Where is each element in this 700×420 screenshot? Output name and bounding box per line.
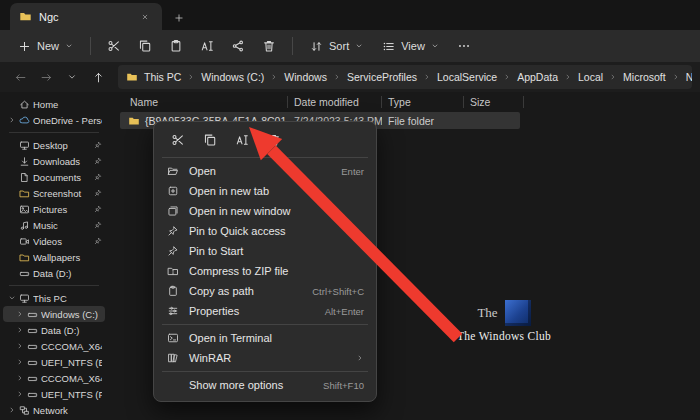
rename-icon xyxy=(235,133,249,147)
sidebar-item-videos[interactable]: Videos xyxy=(3,233,105,249)
pin-icon xyxy=(94,141,102,149)
delete-button[interactable] xyxy=(255,33,283,59)
column-header-type[interactable]: Type xyxy=(382,92,464,112)
drive-icon xyxy=(27,373,38,384)
menu-item-show-more-options[interactable]: Show more options Shift+F10 xyxy=(158,375,372,395)
sidebar-item-onedrive[interactable]: OneDrive - Personal xyxy=(3,112,105,128)
new-tab-button[interactable] xyxy=(166,6,192,30)
sidebar-item-label: UEFI_NTFS (E:) xyxy=(41,357,102,368)
cut-button[interactable] xyxy=(166,129,190,151)
menu-item-open-in-terminal[interactable]: Open in Terminal xyxy=(158,328,372,348)
chevron-down-icon xyxy=(8,294,16,302)
sidebar-item-home[interactable]: Home xyxy=(3,96,105,112)
sidebar-item-cccoma-1[interactable]: CCCOMA_X64FRE_EN... xyxy=(3,338,105,354)
new-button[interactable]: New xyxy=(10,33,81,59)
sidebar-item-pictures[interactable]: Pictures xyxy=(3,201,105,217)
menu-item-winrar[interactable]: WinRAR xyxy=(158,348,372,368)
breadcrumb-segment[interactable]: Ngc xyxy=(684,70,692,84)
breadcrumb-segment[interactable]: This PC xyxy=(142,70,183,84)
sidebar-item-data-d-drive[interactable]: Data (D:) xyxy=(3,322,105,338)
sidebar-item-label: Data (D:) xyxy=(41,325,102,336)
sidebar-item-uefi-f[interactable]: UEFI_NTFS (F:) xyxy=(3,386,105,402)
watermark-prefix: The xyxy=(477,305,497,321)
sidebar-item-network[interactable]: Network xyxy=(3,402,105,418)
more-options-button[interactable] xyxy=(450,33,478,59)
plus-icon xyxy=(18,40,31,53)
sidebar-item-data-d[interactable]: Data (D:) xyxy=(3,265,105,281)
sidebar-item-downloads[interactable]: Downloads xyxy=(3,153,105,169)
share-button[interactable] xyxy=(224,33,252,59)
delete-button[interactable] xyxy=(262,129,286,151)
sidebar-item-cccoma-2[interactable]: CCCOMA_X64FRE_EN... xyxy=(3,370,105,386)
menu-item-copy-as-path[interactable]: Copy as path Ctrl+Shift+C xyxy=(158,281,372,301)
clipboard-icon xyxy=(167,285,179,297)
recent-locations-button[interactable] xyxy=(60,65,84,89)
zip-icon xyxy=(167,265,179,277)
sidebar-item-music[interactable]: Music xyxy=(3,217,105,233)
pin-icon xyxy=(94,205,102,213)
breadcrumb-segment[interactable]: Microsoft xyxy=(621,70,668,84)
breadcrumb-segment[interactable]: ServiceProfiles xyxy=(345,70,419,84)
chevron-right-icon xyxy=(16,310,24,318)
sidebar-divider xyxy=(9,285,99,286)
view-button[interactable]: View xyxy=(374,33,447,59)
breadcrumb-separator-icon xyxy=(609,73,617,81)
videos-icon xyxy=(19,236,30,247)
breadcrumb-segment[interactable]: Local xyxy=(576,70,605,84)
drive-icon xyxy=(27,325,38,336)
new-tab-icon xyxy=(167,185,179,197)
breadcrumb[interactable]: This PC Windows (C:) Windows ServiceProf… xyxy=(118,65,692,89)
sidebar-item-this-pc[interactable]: This PC xyxy=(3,290,105,306)
forward-button[interactable] xyxy=(34,65,58,89)
sidebar-item-desktop[interactable]: Desktop xyxy=(3,137,105,153)
sidebar-item-screenshot[interactable]: Screenshot xyxy=(3,185,105,201)
sidebar-item-label: Windows (C:) xyxy=(41,309,102,320)
breadcrumb-separator-icon xyxy=(423,73,431,81)
arrow-left-icon xyxy=(14,71,27,84)
drive-icon xyxy=(27,341,38,352)
cut-button[interactable] xyxy=(100,33,128,59)
paste-button[interactable] xyxy=(162,33,190,59)
up-button[interactable] xyxy=(86,65,110,89)
chevron-down-icon xyxy=(431,42,439,50)
menu-item-open[interactable]: Open Enter xyxy=(158,161,372,181)
column-header-name[interactable]: Name xyxy=(120,92,288,112)
desktop-icon xyxy=(19,140,30,151)
breadcrumb-segment[interactable]: Windows xyxy=(282,70,329,84)
rename-button[interactable] xyxy=(193,33,221,59)
menu-item-compress-to-zip[interactable]: Compress to ZIP file xyxy=(158,261,372,281)
folder-icon xyxy=(126,71,138,83)
menu-item-open-in-new-window[interactable]: Open in new window xyxy=(158,201,372,221)
watermark: The The Windows Club xyxy=(446,300,562,342)
breadcrumb-segment[interactable]: AppData xyxy=(515,70,560,84)
back-button[interactable] xyxy=(8,65,32,89)
toolbar-divider xyxy=(90,37,91,55)
new-window-icon xyxy=(167,205,179,217)
rename-button[interactable] xyxy=(230,129,254,151)
sidebar-item-documents[interactable]: Documents xyxy=(3,169,105,185)
file-type: File folder xyxy=(382,115,464,127)
breadcrumb-segment[interactable]: Windows (C:) xyxy=(199,70,266,84)
folder-icon xyxy=(19,252,30,263)
menu-divider xyxy=(162,157,368,158)
breadcrumb-segment[interactable]: LocalService xyxy=(435,70,499,84)
sidebar-item-uefi-e[interactable]: UEFI_NTFS (E:) xyxy=(3,354,105,370)
properties-icon xyxy=(167,305,179,317)
menu-item-open-in-new-tab[interactable]: Open in new tab xyxy=(158,181,372,201)
trash-icon xyxy=(262,39,276,53)
chevron-down-icon xyxy=(67,72,77,82)
tab-close-button[interactable] xyxy=(137,9,153,25)
folder-icon xyxy=(19,188,30,199)
sidebar-item-wallpapers[interactable]: Wallpapers xyxy=(3,249,105,265)
menu-item-pin-to-quick-access[interactable]: Pin to Quick access xyxy=(158,221,372,241)
explorer-tab[interactable]: Ngc xyxy=(10,3,162,30)
sidebar-item-windows-c[interactable]: Windows (C:) xyxy=(3,306,105,322)
sidebar-item-label: Home xyxy=(33,99,102,110)
menu-item-pin-to-start[interactable]: Pin to Start xyxy=(158,241,372,261)
copy-button[interactable] xyxy=(131,33,159,59)
sort-button[interactable]: Sort xyxy=(302,33,371,59)
menu-item-properties[interactable]: Properties Alt+Enter xyxy=(158,301,372,321)
column-header-size[interactable]: Size xyxy=(464,92,524,112)
copy-button[interactable] xyxy=(198,129,222,151)
column-header-date-modified[interactable]: Date modified xyxy=(288,92,382,112)
